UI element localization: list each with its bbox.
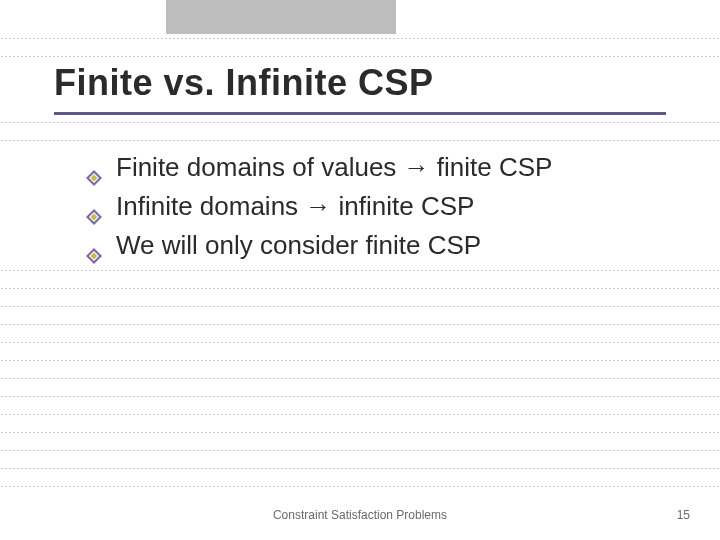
list-item: Infinite domains → infinite CSP bbox=[86, 189, 660, 224]
list-item: We will only consider finite CSP bbox=[86, 228, 660, 263]
bullet-text: Infinite domains → infinite CSP bbox=[116, 189, 474, 224]
title-underline bbox=[54, 112, 666, 115]
slide-title: Finite vs. Infinite CSP bbox=[54, 62, 434, 104]
decorative-top-tab bbox=[166, 0, 396, 34]
slide-root: Finite vs. Infinite CSP Finite domains o… bbox=[0, 0, 720, 540]
slide-body: Finite domains of values → finite CSP In… bbox=[86, 150, 660, 267]
footer-center-text: Constraint Satisfaction Problems bbox=[0, 508, 720, 522]
bullet-text: We will only consider finite CSP bbox=[116, 228, 481, 263]
list-item: Finite domains of values → finite CSP bbox=[86, 150, 660, 185]
page-number: 15 bbox=[677, 508, 690, 522]
diamond-bullet-icon bbox=[86, 238, 102, 254]
diamond-bullet-icon bbox=[86, 160, 102, 176]
bullet-text: Finite domains of values → finite CSP bbox=[116, 150, 552, 185]
diamond-bullet-icon bbox=[86, 199, 102, 215]
